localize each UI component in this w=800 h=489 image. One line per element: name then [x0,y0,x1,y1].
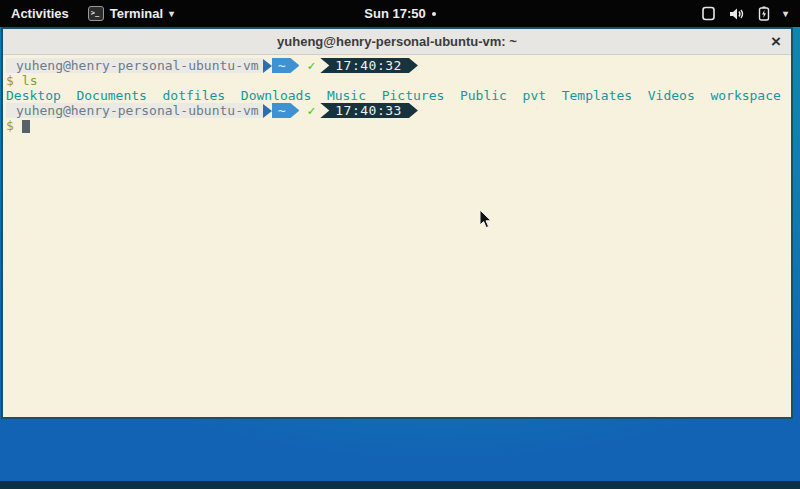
app-menu-label: Terminal [110,6,163,21]
notification-dot-icon [432,12,436,16]
prompt-username: yuheng@henry-personal-ubuntu-vm [6,103,263,118]
activities-button[interactable]: Activities [0,0,80,27]
command-text: ls [22,73,38,88]
prompt-username: yuheng@henry-personal-ubuntu-vm [6,58,263,73]
prompt-path: ~ [272,58,300,73]
powerline-arrow-icon [263,59,272,73]
terminal-icon-glyph: >_ [91,10,99,17]
app-menu[interactable]: >_ Terminal ▾ [80,0,182,27]
top-bar-left: Activities >_ Terminal ▾ [0,0,182,27]
titlebar[interactable]: yuheng@henry-personal-ubuntu-vm: ~ × [3,29,791,55]
powerline-arrow-icon [263,104,272,118]
bottom-strip [0,481,800,489]
chevron-down-icon: ▾ [169,8,174,19]
window-title: yuheng@henry-personal-ubuntu-vm: ~ [277,34,517,49]
prompt-line-1: yuheng@henry-personal-ubuntu-vm ~ ✓ 17:4… [6,58,791,73]
check-icon: ✓ [299,103,320,118]
command-line-2: $ [6,118,791,133]
command-line-1: $ls [6,73,791,88]
battery-charging-icon [758,6,770,21]
clock-button[interactable]: Sun 17:50 [364,0,435,27]
mouse-cursor [479,209,493,229]
prompt-line-2: yuheng@henry-personal-ubuntu-vm ~ ✓ 17:4… [6,103,791,118]
close-icon[interactable]: × [771,30,781,54]
display-icon [701,6,716,21]
prompt-dollar: $ [6,73,14,88]
ls-output: Desktop Documents dotfiles Downloads Mus… [6,88,791,103]
check-icon: ✓ [299,58,320,73]
prompt-path: ~ [272,103,300,118]
top-bar: Activities >_ Terminal ▾ Sun 17:50 [0,0,800,27]
terminal-app-icon: >_ [88,6,104,21]
prompt-time: 17:40:32 [320,58,418,73]
system-status-menu[interactable]: ▾ [689,0,800,27]
prompt-dollar: $ [6,118,14,133]
clock-label: Sun 17:50 [364,6,425,21]
text-cursor [22,120,30,133]
volume-icon [729,7,745,21]
terminal-content[interactable]: yuheng@henry-personal-ubuntu-vm ~ ✓ 17:4… [3,55,791,417]
terminal-window: yuheng@henry-personal-ubuntu-vm: ~ × yuh… [1,27,793,419]
chevron-down-icon: ▾ [783,8,788,19]
desktop: Activities >_ Terminal ▾ Sun 17:50 [0,0,800,489]
prompt-time: 17:40:33 [320,103,418,118]
